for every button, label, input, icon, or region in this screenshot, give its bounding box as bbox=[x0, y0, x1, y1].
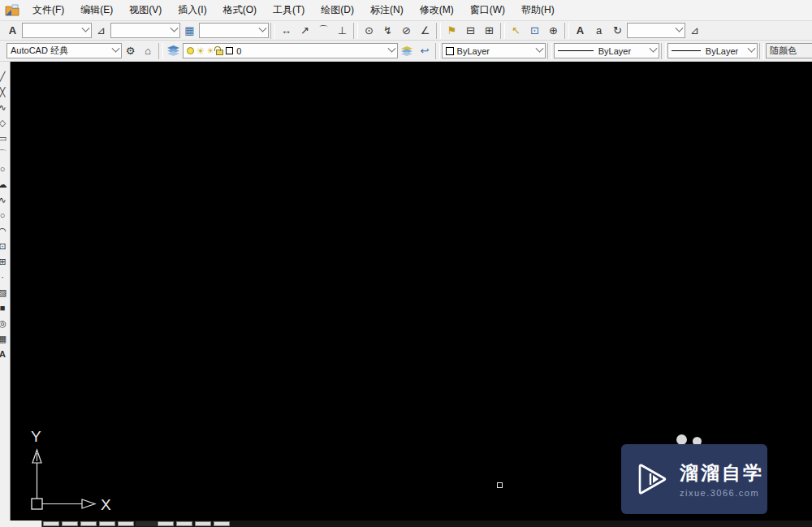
workspace-combo-value: AutoCAD 经典 bbox=[11, 45, 68, 57]
layer-color-swatch[interactable] bbox=[226, 47, 233, 54]
menu-dimension[interactable]: 标注(N) bbox=[362, 0, 412, 20]
linetype-control-combo[interactable]: ByLayer bbox=[554, 43, 659, 58]
insert-block-icon[interactable]: ⊡ bbox=[0, 239, 10, 254]
dimension-edit-icon[interactable]: A bbox=[571, 23, 590, 39]
menu-format[interactable]: 格式(O) bbox=[215, 0, 265, 20]
color-swatch bbox=[446, 47, 454, 55]
circle-icon[interactable]: ○ bbox=[0, 162, 10, 177]
table-style-combo[interactable] bbox=[199, 23, 269, 38]
gradient-icon[interactable]: ■ bbox=[0, 300, 10, 316]
region-icon[interactable]: ◎ bbox=[0, 316, 10, 331]
ordinate-dimension-icon[interactable]: ⊥ bbox=[333, 23, 352, 39]
status-toggle-button[interactable] bbox=[214, 521, 230, 526]
status-toggle-button[interactable] bbox=[118, 521, 134, 526]
toolbar-row-workspace-layers-properties: AutoCAD 经典 ⚙ ⌂ ☀ ☀ 0 ↩ ByLayer ByL bbox=[0, 41, 812, 62]
main-area: ╱ ╳ ∿ ◇ ▭ ⌒ ○ ☁ ∿ ○ ◠ ⊡ ⊞ · ▨ ■ ◎ ▦ A Y … bbox=[0, 62, 812, 521]
status-toggle-button[interactable] bbox=[195, 521, 211, 526]
toolbar-separator bbox=[500, 23, 505, 39]
construction-line-icon[interactable]: ╳ bbox=[0, 84, 10, 100]
baseline-dimension-icon[interactable]: ⊟ bbox=[461, 23, 480, 39]
dimension-style-combo[interactable] bbox=[627, 23, 685, 38]
menu-modify[interactable]: 修改(M) bbox=[412, 0, 462, 20]
status-toggle-button[interactable] bbox=[62, 521, 78, 526]
chevron-down-icon bbox=[111, 45, 119, 53]
quick-leader-icon[interactable]: ↖ bbox=[507, 23, 525, 39]
status-toggle-button[interactable] bbox=[176, 521, 192, 526]
status-toggle-button[interactable] bbox=[80, 521, 97, 526]
spline-icon[interactable]: ∿ bbox=[0, 192, 10, 208]
ellipse-icon[interactable]: ○ bbox=[0, 208, 10, 223]
menu-tools[interactable]: 工具(T) bbox=[265, 0, 313, 20]
toolbar-separator bbox=[547, 43, 552, 59]
status-toggle-button[interactable] bbox=[158, 521, 174, 526]
arc-icon[interactable]: ⌒ bbox=[0, 146, 10, 162]
layer-viewport-freeze-icon[interactable]: ☀ bbox=[206, 47, 214, 55]
tolerance-icon[interactable]: ⊡ bbox=[525, 23, 544, 39]
line-icon[interactable]: ╱ bbox=[0, 69, 10, 84]
ellipse-arc-icon[interactable]: ◠ bbox=[0, 223, 10, 239]
dim-style-combo[interactable] bbox=[110, 23, 180, 38]
angular-dimension-icon[interactable]: ∠ bbox=[416, 23, 434, 39]
draw-toolbar-dock: ╱ ╳ ∿ ◇ ▭ ⌒ ○ ☁ ∿ ○ ◠ ⊡ ⊞ · ▨ ■ ◎ ▦ A bbox=[0, 62, 11, 521]
menu-file[interactable]: 文件(F) bbox=[24, 0, 72, 20]
chevron-down-icon bbox=[676, 24, 684, 32]
menu-insert[interactable]: 插入(I) bbox=[170, 0, 214, 20]
table-icon[interactable]: ▦ bbox=[0, 331, 10, 347]
revision-cloud-icon[interactable]: ☁ bbox=[0, 177, 10, 192]
layer-combo-value: 0 bbox=[236, 46, 241, 56]
menu-window[interactable]: 窗口(W) bbox=[462, 0, 513, 20]
text-style-combo[interactable] bbox=[22, 23, 92, 38]
make-object-layer-current-icon[interactable] bbox=[398, 43, 416, 59]
text-style-icon[interactable]: A bbox=[3, 23, 22, 39]
menu-view[interactable]: 视图(V) bbox=[121, 0, 170, 20]
layer-properties-manager-icon[interactable] bbox=[165, 43, 183, 59]
layer-previous-icon[interactable]: ↩ bbox=[416, 43, 434, 59]
hatch-icon[interactable]: ▨ bbox=[0, 285, 10, 300]
layer-unlock-icon[interactable] bbox=[216, 50, 223, 55]
multiline-text-icon[interactable]: A bbox=[0, 347, 10, 362]
menu-draw[interactable]: 绘图(D) bbox=[313, 0, 362, 20]
chevron-down-icon bbox=[650, 45, 658, 53]
menu-edit[interactable]: 编辑(E) bbox=[72, 0, 121, 20]
status-toggle-button[interactable] bbox=[43, 521, 59, 526]
make-block-icon[interactable]: ⊞ bbox=[0, 254, 10, 270]
plot-style-control-value: 随颜色 bbox=[770, 45, 797, 57]
ucs-y-label: Y bbox=[31, 428, 41, 445]
menu-help[interactable]: 帮助(H) bbox=[513, 0, 563, 20]
polyline-icon[interactable]: ∿ bbox=[0, 100, 10, 115]
radius-dimension-icon[interactable]: ⊙ bbox=[360, 23, 378, 39]
coordinate-readout bbox=[0, 521, 42, 527]
center-mark-icon[interactable]: ⊕ bbox=[544, 23, 563, 39]
layer-combo[interactable]: ☀ ☀ 0 bbox=[183, 43, 399, 58]
aligned-dimension-icon[interactable]: ↗ bbox=[296, 23, 314, 39]
polygon-icon[interactable]: ◇ bbox=[0, 115, 10, 131]
arc-length-dimension-icon[interactable]: ⌒ bbox=[314, 23, 333, 39]
workspace-combo[interactable]: AutoCAD 经典 bbox=[6, 43, 122, 58]
dimension-update-icon[interactable]: ↻ bbox=[608, 23, 627, 39]
status-toggle-button[interactable] bbox=[99, 521, 115, 526]
ucs-x-label: X bbox=[101, 496, 111, 513]
watermark-title: 溜溜自学 bbox=[680, 460, 764, 486]
layer-thaw-sun-icon[interactable]: ☀ bbox=[197, 46, 205, 56]
layer-on-bulb-icon[interactable] bbox=[187, 47, 194, 54]
point-icon[interactable]: · bbox=[0, 270, 10, 285]
jogged-dimension-icon[interactable]: ↯ bbox=[378, 23, 397, 39]
diameter-dimension-icon[interactable]: ⊘ bbox=[397, 23, 416, 39]
my-workspace-icon[interactable]: ⌂ bbox=[139, 43, 157, 59]
toolbar-separator bbox=[435, 43, 440, 59]
toolbar-separator bbox=[759, 43, 764, 59]
quick-dimension-icon[interactable]: ⚑ bbox=[443, 23, 461, 39]
continue-dimension-icon[interactable]: ⊞ bbox=[480, 23, 499, 39]
table-style-icon[interactable]: ▦ bbox=[180, 23, 199, 39]
dim-style-icon[interactable]: ⊿ bbox=[92, 23, 110, 39]
status-bar bbox=[0, 521, 812, 527]
layers-icon bbox=[167, 45, 179, 56]
rectangle-icon[interactable]: ▭ bbox=[0, 131, 10, 146]
color-control-combo[interactable]: ByLayer bbox=[442, 43, 546, 58]
dimension-text-edit-icon[interactable]: a bbox=[590, 23, 608, 39]
workspace-settings-gear-icon[interactable]: ⚙ bbox=[122, 43, 140, 59]
dimension-style-manager-icon[interactable]: ⊿ bbox=[685, 23, 704, 39]
drawing-canvas[interactable]: Y X 溜溜自学 zixue.3066.com bbox=[11, 62, 812, 521]
lineweight-control-combo[interactable]: ByLayer bbox=[667, 43, 758, 58]
linear-dimension-icon[interactable]: ↔ bbox=[277, 23, 296, 39]
